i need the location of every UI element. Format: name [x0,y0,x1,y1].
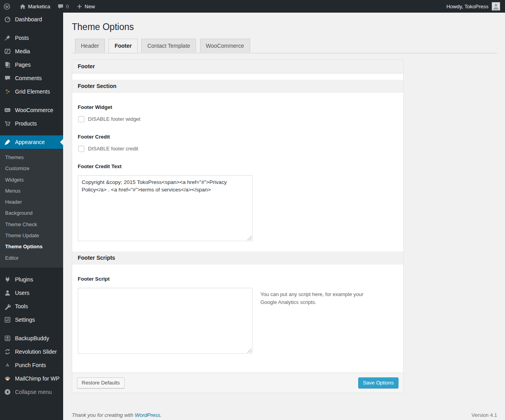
svg-text:Woo: Woo [6,109,9,111]
pushpin-icon [4,34,11,42]
submenu-item-customize[interactable]: Customize [0,163,63,174]
settings-sliders-icon [4,316,11,324]
footer-credit-text-label: Footer Credit Text [78,163,398,169]
dashboard-icon [4,15,11,23]
section-footer-section: Footer Section [72,80,403,93]
submenu-item-editor[interactable]: Editor [0,253,63,264]
tab-bar: Header Footer Contact Template WooCommer… [72,39,497,53]
sidebar-item-label: MailChimp for WP [15,375,60,382]
sidebar-item-label: Plugins [15,276,33,283]
theme-options-panel: Footer Footer Section Footer Widget DISA… [72,59,404,393]
footer-script-label: Footer Script [78,276,398,282]
submenu-item-theme-update[interactable]: Theme Update [0,230,63,241]
sidebar-item-grid-elements[interactable]: Grid Elements [0,85,63,98]
sidebar-item-users[interactable]: Users [0,286,63,300]
plus-icon [76,3,83,10]
admin-sidebar: Dashboard Posts Media Pages Comments Gri… [0,13,63,420]
sidebar-item-products[interactable]: Products [0,117,63,130]
circular-arrows-icon [4,348,11,356]
footer-script-note: You can put any script here, for example… [260,291,381,306]
comment-bubble-icon [57,3,64,10]
sidebar-item-label: Users [15,290,30,296]
sidebar-item-label: Appearance [15,139,45,145]
sidebar-item-label: Revolution Slider [15,349,57,355]
footer-credit-label: Footer Credit [78,134,398,140]
save-options-button[interactable]: Save Options [358,377,398,388]
thankyou-suffix: . [160,412,162,418]
footer-section-body: Footer Widget DISABLE footer widget Foot… [72,104,403,251]
sidebar-item-pages[interactable]: Pages [0,58,63,71]
sidebar-item-collapse-menu[interactable]: Collapse menu [0,385,63,399]
new-label: New [85,4,95,9]
tab-header[interactable]: Header [75,39,105,52]
comment-count: 0 [66,4,69,9]
submenu-item-widgets[interactable]: Widgets [0,174,63,186]
sidebar-item-label: Collapse menu [15,389,52,395]
wordpress-logo-menu[interactable]: W [0,0,16,13]
panel-gap [72,73,403,80]
submenu-item-theme-check[interactable]: Theme Check [0,219,63,230]
comments-menu[interactable]: 0 [54,0,72,13]
sidebar-item-label: Tools [15,303,28,309]
collapse-arrow-icon [4,388,11,396]
tab-contact-template[interactable]: Contact Template [141,39,196,52]
sidebar-item-comments[interactable]: Comments [0,71,63,85]
site-name-label: Marketica [28,4,50,9]
page-footer: Thank you for creating with WordPress. V… [72,412,497,418]
sidebar-item-label: Comments [15,75,42,81]
main-content: Theme Options Header Footer Contact Temp… [63,13,505,420]
current-menu-arrow [57,139,63,145]
howdy-account-link[interactable]: Howdy, TokoPress [447,4,488,9]
sidebar-item-label: Media [15,48,30,54]
wordpress-logo-icon: W [4,3,10,10]
media-icon [4,47,11,55]
submenu-item-header[interactable]: Header [0,197,63,208]
page-title: Theme Options [72,21,497,33]
letter-a-icon: A [4,361,11,369]
submenu-item-theme-options[interactable]: Theme Options [0,241,63,252]
site-name-menu[interactable]: Marketica [16,0,54,13]
sidebar-item-media[interactable]: Media [0,45,63,58]
submenu-item-menus[interactable]: Menus [0,186,63,197]
sidebar-item-label: Products [15,120,37,127]
new-content-menu[interactable]: New [73,0,99,13]
sidebar-item-dashboard[interactable]: Dashboard [0,13,63,26]
footer-widget-checkbox-label: DISABLE footer widget [88,116,140,122]
footer-credit-check-row: DISABLE footer credit [78,146,398,152]
panel-title: Footer [72,60,403,73]
sidebar-item-label: BackupBuddy [15,335,49,341]
footer-credit-checkbox[interactable] [78,146,84,152]
restore-defaults-button[interactable]: Restore Defaults [77,377,125,388]
sidebar-item-mailchimp[interactable]: MailChimp for WP [0,372,63,385]
sidebar-item-label: WooCommerce [15,107,53,113]
sidebar-item-label: Pages [15,62,31,68]
submenu-item-background[interactable]: Background [0,208,63,219]
wrench-icon [4,302,11,310]
sidebar-item-posts[interactable]: Posts [0,31,63,45]
tab-woocommerce[interactable]: WooCommerce [200,39,250,52]
submenu-item-themes[interactable]: Themes [0,152,63,163]
sidebar-item-appearance[interactable]: Appearance [0,135,63,149]
sidebar-item-label: Posts [15,35,29,41]
avatar[interactable] [492,2,500,11]
woocommerce-badge-icon: Woo [4,106,11,114]
sidebar-item-settings[interactable]: Settings [0,313,63,326]
sidebar-item-plugins[interactable]: Plugins [0,273,63,286]
footer-script-textarea[interactable] [78,288,252,354]
pages-icon [4,61,11,69]
paintbrush-icon [4,138,11,146]
sidebar-item-punch-fonts[interactable]: A Punch Fonts [0,358,63,372]
footer-credit-textarea[interactable]: Copyright &copy; 2015 TokoPress<span><a … [78,175,252,241]
user-icon [4,289,11,297]
thankyou-text: Thank you for creating with WordPress. [72,412,162,418]
sidebar-item-tools[interactable]: Tools [0,300,63,313]
mailchimp-monkey-icon [4,375,11,382]
sidebar-item-label: Punch Fonts [15,362,46,368]
tab-footer[interactable]: Footer [108,39,138,53]
footer-widget-checkbox[interactable] [78,116,84,122]
sidebar-item-revolution-slider[interactable]: Revolution Slider [0,345,63,358]
wordpress-link[interactable]: WordPress [135,412,160,418]
backup-disk-icon [4,334,11,342]
sidebar-item-woocommerce[interactable]: Woo WooCommerce [0,103,63,117]
sidebar-item-backupbuddy[interactable]: BackupBuddy [0,332,63,345]
